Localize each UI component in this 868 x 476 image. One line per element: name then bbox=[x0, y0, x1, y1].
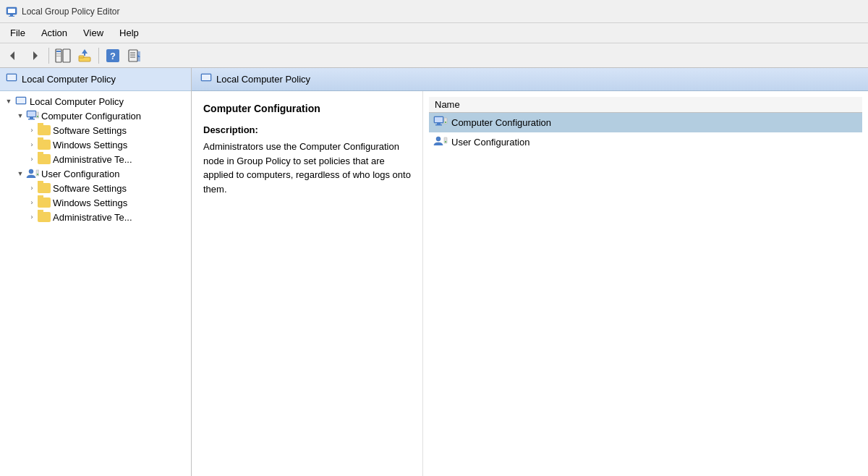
items-pane: Name bbox=[423, 91, 868, 476]
name-column-header: Name bbox=[429, 97, 862, 113]
windows-settings-user-label: Windows Settings bbox=[53, 197, 127, 208]
svg-point-35 bbox=[37, 174, 38, 175]
user-config-row-icon bbox=[433, 135, 448, 149]
expand-software-settings-user[interactable]: › bbox=[26, 182, 38, 194]
menu-bar: File Action View Help bbox=[0, 23, 868, 43]
table-row[interactable]: Computer Configuration bbox=[429, 113, 862, 133]
items-table: Name bbox=[429, 97, 862, 152]
svg-point-44 bbox=[436, 137, 441, 141]
svg-rect-26 bbox=[17, 98, 25, 103]
user-config-row-label: User Configuration bbox=[451, 137, 529, 148]
expand-software-settings-comp[interactable]: › bbox=[26, 124, 38, 136]
menu-action[interactable]: Action bbox=[34, 25, 75, 41]
help-button[interactable]: ? bbox=[103, 46, 123, 65]
admin-templates-user-label: Administrative Te... bbox=[53, 212, 132, 223]
right-panel-header: Local Computer Policy bbox=[192, 68, 868, 91]
computer-config-row-icon bbox=[433, 116, 448, 129]
svg-rect-2 bbox=[10, 14, 13, 16]
menu-file[interactable]: File bbox=[3, 25, 33, 41]
description-pane: Computer Configuration Description: Admi… bbox=[192, 91, 423, 476]
folder-icon-sw-user bbox=[38, 182, 51, 194]
svg-rect-12 bbox=[79, 56, 84, 58]
toolbar-separator-1 bbox=[48, 48, 49, 64]
left-panel: Local Computer Policy ▼ Local Computer P… bbox=[0, 68, 192, 476]
description-label: Description: bbox=[203, 124, 411, 135]
right-panel-header-icon bbox=[200, 72, 212, 86]
expand-user-config[interactable]: ▼ bbox=[14, 168, 26, 179]
svg-rect-30 bbox=[28, 119, 35, 120]
left-panel-icon bbox=[6, 72, 17, 86]
show-hide-button[interactable] bbox=[53, 46, 73, 65]
local-computer-policy-icon bbox=[14, 95, 27, 107]
tree-item-admin-templates-comp[interactable]: › Administrative Te... bbox=[0, 152, 191, 166]
svg-rect-40 bbox=[437, 123, 441, 124]
svg-rect-10 bbox=[56, 56, 61, 56]
computer-configuration-label: Computer Configuration bbox=[41, 111, 141, 122]
software-settings-comp-label: Software Settings bbox=[53, 125, 127, 136]
folder-icon-adm-comp bbox=[38, 153, 51, 165]
svg-marker-4 bbox=[10, 51, 14, 60]
expand-admin-templates-user[interactable]: › bbox=[26, 211, 38, 223]
main-layout: Local Computer Policy ▼ Local Computer P… bbox=[0, 68, 868, 476]
tree-item-user-configuration[interactable]: ▼ User Configuration bbox=[0, 166, 191, 181]
app-icon bbox=[6, 6, 17, 17]
svg-rect-41 bbox=[435, 124, 442, 126]
folder-icon-win-comp bbox=[38, 139, 51, 150]
left-panel-header: Local Computer Policy bbox=[0, 68, 191, 91]
svg-point-46 bbox=[445, 141, 446, 143]
folder-icon-sw-comp bbox=[38, 124, 51, 136]
svg-text:?: ? bbox=[110, 51, 116, 61]
tree-item-computer-configuration[interactable]: ▼ Computer Configuration bbox=[0, 109, 191, 123]
svg-rect-9 bbox=[56, 54, 61, 54]
tree-item-windows-settings-user[interactable]: › Windows Settings bbox=[0, 195, 191, 210]
svg-point-33 bbox=[29, 169, 33, 174]
svg-rect-28 bbox=[27, 111, 35, 116]
admin-templates-comp-label: Administrative Te... bbox=[53, 154, 132, 165]
tree-view: ▼ Local Computer Policy ▼ bbox=[0, 91, 191, 476]
expand-local-computer[interactable]: ▼ bbox=[3, 95, 14, 107]
software-settings-user-label: Software Settings bbox=[53, 183, 127, 194]
svg-rect-37 bbox=[202, 75, 210, 80]
tree-item-windows-settings-comp[interactable]: › Windows Settings bbox=[0, 137, 191, 152]
description-text: Administrators use the Computer Configur… bbox=[203, 140, 411, 196]
back-button[interactable] bbox=[3, 46, 23, 65]
local-computer-policy-label: Local Computer Policy bbox=[30, 96, 124, 107]
expand-windows-settings-user[interactable]: › bbox=[26, 197, 38, 208]
expand-computer-config[interactable]: ▼ bbox=[14, 110, 26, 122]
folder-icon-win-user bbox=[38, 197, 51, 208]
left-panel-title: Local Computer Policy bbox=[22, 74, 116, 85]
up-button[interactable] bbox=[75, 46, 95, 65]
tree-item-admin-templates-user[interactable]: › Administrative Te... bbox=[0, 210, 191, 224]
user-configuration-label: User Configuration bbox=[41, 169, 119, 179]
svg-rect-24 bbox=[7, 75, 16, 80]
svg-rect-14 bbox=[84, 53, 85, 56]
user-config-icon bbox=[26, 168, 39, 179]
svg-rect-1 bbox=[8, 9, 15, 13]
svg-marker-5 bbox=[33, 51, 38, 60]
tree-item-local-computer-policy[interactable]: ▼ Local Computer Policy bbox=[0, 94, 191, 109]
svg-rect-29 bbox=[30, 117, 33, 119]
tree-item-software-settings-user[interactable]: › Software Settings bbox=[0, 181, 191, 195]
expand-windows-settings-comp[interactable]: › bbox=[26, 139, 38, 150]
svg-point-32 bbox=[37, 116, 38, 117]
folder-icon-adm-user bbox=[38, 211, 51, 223]
expand-admin-templates-comp[interactable]: › bbox=[26, 153, 38, 165]
title-bar: Local Group Policy Editor bbox=[0, 0, 868, 23]
tree-item-software-settings-comp[interactable]: › Software Settings bbox=[0, 123, 191, 137]
toolbar: ? bbox=[0, 43, 868, 68]
selected-item-title: Computer Configuration bbox=[203, 103, 411, 114]
computer-config-icon bbox=[26, 110, 39, 122]
menu-view[interactable]: View bbox=[76, 25, 111, 41]
windows-settings-comp-label: Windows Settings bbox=[53, 140, 127, 150]
svg-rect-7 bbox=[63, 49, 70, 62]
export-button[interactable] bbox=[124, 46, 145, 65]
menu-help[interactable]: Help bbox=[112, 25, 146, 41]
computer-config-row-label: Computer Configuration bbox=[451, 117, 551, 128]
svg-rect-3 bbox=[9, 16, 14, 17]
window-title: Local Group Policy Editor bbox=[22, 7, 119, 17]
table-row[interactable]: User Configuration bbox=[429, 132, 862, 152]
forward-button[interactable] bbox=[25, 46, 45, 65]
svg-rect-39 bbox=[435, 117, 443, 122]
svg-rect-8 bbox=[56, 51, 61, 52]
toolbar-separator-2 bbox=[98, 48, 99, 64]
